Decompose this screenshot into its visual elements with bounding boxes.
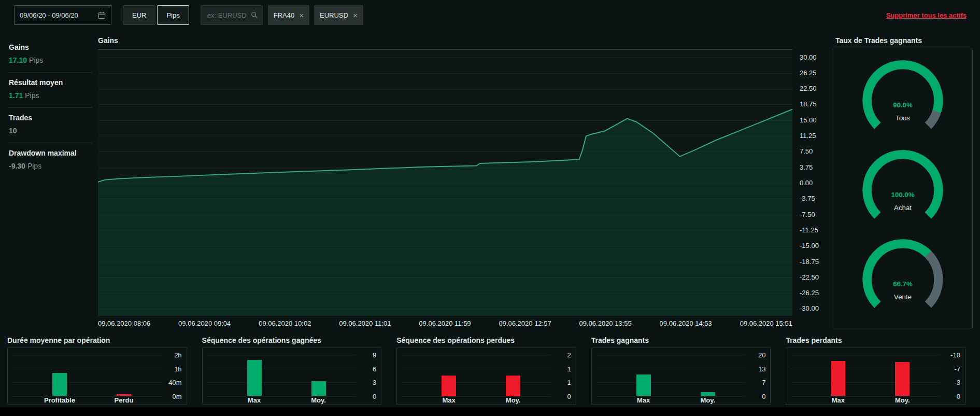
bar-profitable bbox=[52, 373, 67, 396]
stat-value: 1.71Pips bbox=[9, 91, 92, 100]
panel-gridline bbox=[12, 382, 162, 383]
panel-gridline bbox=[596, 369, 746, 369]
gauge-label: Vente bbox=[894, 293, 912, 301]
date-range-text: 09/06/20 - 09/06/20 bbox=[20, 11, 78, 19]
gauge-percent: 66.7% bbox=[893, 280, 913, 288]
asset-tag-label: EURUSD bbox=[320, 11, 348, 19]
panel-gridline bbox=[790, 369, 940, 369]
panel-title: Durée moyenne par opération bbox=[7, 336, 187, 344]
panel-plot: 2h1h40m0mProfitablePerdu bbox=[7, 348, 187, 405]
panel-gridline bbox=[207, 355, 357, 355]
panel-tick-label: -10 bbox=[950, 351, 960, 359]
y-axis-tick-label: 15.00 bbox=[800, 116, 817, 123]
y-axis-tick-label: 0.00 bbox=[800, 179, 813, 187]
currency-toggle-button[interactable]: EUR bbox=[123, 5, 155, 25]
gauge-percent: 100.0% bbox=[891, 190, 915, 198]
panel-plot: 9630MaxMoy. bbox=[202, 348, 382, 405]
gauge-tous: 90.0%Tous bbox=[848, 59, 958, 139]
bar-moy bbox=[895, 362, 910, 396]
gauge-arc: 90.0%Tous bbox=[848, 59, 958, 139]
stat-value: 10 bbox=[9, 127, 92, 135]
gauge-vente: 66.7%Vente bbox=[848, 238, 958, 318]
stat-value-unit: Pips bbox=[29, 56, 43, 64]
panel-tick-label: -3 bbox=[954, 379, 960, 386]
panel-tick-label: 1h bbox=[174, 365, 181, 372]
panel-category-label: Profitable bbox=[36, 396, 83, 404]
asset-tag-fra40[interactable]: FRA40× bbox=[268, 5, 309, 25]
panel-gridline bbox=[790, 355, 940, 355]
x-axis-tick-label: 09.06.2020 10:02 bbox=[259, 320, 311, 327]
panel-tick-label: 0m bbox=[173, 392, 182, 400]
stat-trades: Trades10 bbox=[9, 108, 92, 143]
panel-gridline bbox=[401, 382, 551, 383]
panel-gridline bbox=[12, 355, 162, 355]
search-icon bbox=[251, 11, 258, 19]
panel-category-label: Max bbox=[425, 396, 472, 404]
stat-value-number: 17.10 bbox=[9, 56, 27, 64]
stat-value-number: -9.30 bbox=[9, 162, 25, 170]
x-axis-tick-label: 09.06.2020 13:55 bbox=[579, 320, 632, 327]
panel-duree-moyenne: Durée moyenne par opération2h1h40m0mProf… bbox=[7, 336, 187, 405]
stat-label: Gains bbox=[9, 43, 92, 51]
panel-category-label: Moy. bbox=[879, 396, 926, 404]
stat-gains: Gains17.10Pips bbox=[9, 37, 92, 73]
panel-tick-label: 0 bbox=[957, 392, 960, 400]
bar-max bbox=[831, 361, 845, 396]
remove-tag-icon[interactable]: × bbox=[353, 11, 358, 19]
stat-value: -9.30Pips bbox=[9, 162, 92, 170]
panel-category-label: Max bbox=[231, 396, 278, 404]
x-axis-tick-label: 09.06.2020 14:53 bbox=[660, 320, 712, 327]
panel-gridline bbox=[790, 382, 940, 383]
bar-perdu bbox=[117, 394, 131, 396]
x-axis-tick-label: 09.06.2020 11:01 bbox=[339, 320, 391, 327]
panel-category-label: Max bbox=[620, 396, 667, 404]
panel-tick-label: 7 bbox=[762, 379, 765, 386]
remove-tag-icon[interactable]: × bbox=[299, 11, 304, 19]
panel-tick-label: 2 bbox=[567, 351, 571, 359]
x-axis-tick-label: 09.06.2020 15:51 bbox=[740, 320, 792, 327]
y-axis-tick-label: 30.00 bbox=[800, 53, 817, 61]
panel-tick-label: 0 bbox=[373, 392, 376, 400]
win-rate-title: Taux de Trades gagnants bbox=[835, 36, 973, 45]
delete-all-assets-link[interactable]: Supprimer tous les actifs bbox=[886, 11, 967, 19]
panel-trades-perdants: Trades perdants-10-7-30MaxMoy. bbox=[786, 336, 965, 405]
panel-tick-label: 40m bbox=[168, 379, 181, 386]
y-axis-tick-label: -18.75 bbox=[800, 257, 819, 265]
symbol-search[interactable] bbox=[201, 5, 263, 25]
stat-drawdown-maximal: Drawdown maximal-9.30Pips bbox=[9, 143, 92, 178]
panel-title: Trades perdants bbox=[786, 336, 965, 344]
calendar-icon bbox=[98, 11, 106, 19]
stat-label: Trades bbox=[9, 114, 92, 122]
panel-gridline bbox=[401, 369, 551, 369]
x-axis-tick-label: 09.06.2020 09:04 bbox=[178, 320, 231, 327]
panel-title: Trades gagnants bbox=[591, 336, 771, 344]
panel-tick-label: 3 bbox=[373, 379, 376, 386]
panel-title: Séquence des opérations perdues bbox=[396, 336, 576, 344]
asset-tag-eurusd[interactable]: EURUSD× bbox=[314, 5, 363, 25]
gains-chart-x-axis: 09.06.2020 08:0609.06.2020 09:0409.06.20… bbox=[98, 320, 792, 327]
panel-tick-label: -7 bbox=[954, 365, 960, 372]
panel-sequence-gagnees: Séquence des opérations gagnées9630MaxMo… bbox=[202, 336, 382, 405]
panel-category-label: Max bbox=[815, 396, 861, 404]
y-axis-tick-label: 3.75 bbox=[800, 163, 813, 171]
gauge-label: Achat bbox=[894, 204, 912, 212]
gauge-arc: 66.7%Vente bbox=[848, 238, 958, 318]
date-range-picker[interactable]: 09/06/20 - 09/06/20 bbox=[14, 5, 111, 25]
symbol-search-input[interactable] bbox=[206, 11, 251, 20]
gains-chart-section: Gains 30.0026.2522.5018.7515.0011.257.50… bbox=[98, 30, 823, 327]
bottom-panels: Durée moyenne par opération2h1h40m0mProf… bbox=[7, 336, 965, 405]
y-axis-tick-label: 26.25 bbox=[800, 68, 817, 76]
y-axis-tick-label: 7.50 bbox=[800, 147, 813, 155]
panel-category-label: Moy. bbox=[490, 396, 536, 404]
y-axis-tick-label: 11.25 bbox=[800, 132, 816, 140]
win-rate-gauges: 90.0%Tous100.0%Achat66.7%Vente bbox=[833, 49, 973, 328]
bar-max bbox=[442, 376, 456, 396]
topbar: 09/06/20 - 09/06/20 EUR Pips FRA40×EURUS… bbox=[0, 0, 980, 30]
gauge-achat: 100.0%Achat bbox=[848, 149, 958, 229]
panel-gridline bbox=[596, 382, 746, 383]
panel-trades-gagnants: Trades gagnants201370MaxMoy. bbox=[591, 336, 771, 405]
y-axis-tick-label: -7.50 bbox=[800, 210, 815, 218]
panel-tick-label: 1 bbox=[567, 365, 571, 372]
gains-chart-plot[interactable] bbox=[98, 49, 792, 316]
pips-toggle-button[interactable]: Pips bbox=[157, 5, 189, 25]
